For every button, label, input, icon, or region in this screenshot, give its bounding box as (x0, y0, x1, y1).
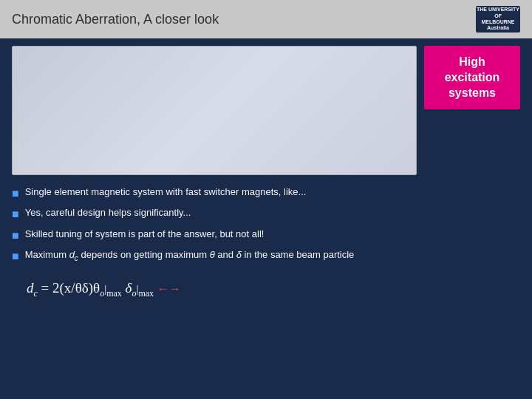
diagram-box (12, 46, 417, 175)
slide-title: Chromatic Aberration, A closer look (12, 12, 219, 27)
bullet-icon: ■ (12, 248, 19, 265)
bullet-text-2: Yes, careful design helps significantly.… (25, 206, 191, 219)
bullet-icon: ■ (12, 228, 19, 244)
content-area: ■ Single element magnetic system with fa… (0, 38, 532, 399)
list-item: ■ Single element magnetic system with fa… (12, 185, 417, 202)
title-bar: Chromatic Aberration, A closer look THE … (0, 0, 532, 38)
bullet-list: ■ Single element magnetic system with fa… (12, 185, 417, 265)
list-item: ■ Maximum dc depends on getting maximum … (12, 248, 417, 265)
slide: Chromatic Aberration, A closer look THE … (0, 0, 532, 399)
diagram-placeholder (13, 47, 416, 174)
university-logo: THE UNIVERSITY OF MELBOURNE Australia (476, 6, 520, 33)
bullet-icon: ■ (12, 185, 19, 202)
right-panel: High excitation systems (424, 46, 520, 392)
main-panel: ■ Single element magnetic system with fa… (12, 46, 417, 392)
highlight-text: High excitation systems (445, 55, 500, 99)
list-item: ■ Yes, careful design helps significantl… (12, 206, 417, 222)
bullet-text-4: Maximum dc depends on getting maximum θ … (25, 248, 355, 264)
formula-container: dc = 2(x/θδ)θo|max δo|max ←→ (12, 280, 417, 299)
list-item: ■ Skilled tuning of system is part of th… (12, 228, 417, 244)
highlight-box: High excitation systems (424, 46, 520, 109)
formula-text: dc = 2(x/θδ)θo|max δo|max ←→ (27, 280, 181, 296)
bullet-text-1: Single element magnetic system with fast… (25, 185, 307, 199)
arrow-icon: ←→ (157, 282, 181, 295)
bullet-text-3: Skilled tuning of system is part of the … (25, 228, 265, 241)
logo-text: THE UNIVERSITY OF MELBOURNE Australia (477, 7, 519, 32)
bullet-icon: ■ (12, 206, 19, 222)
